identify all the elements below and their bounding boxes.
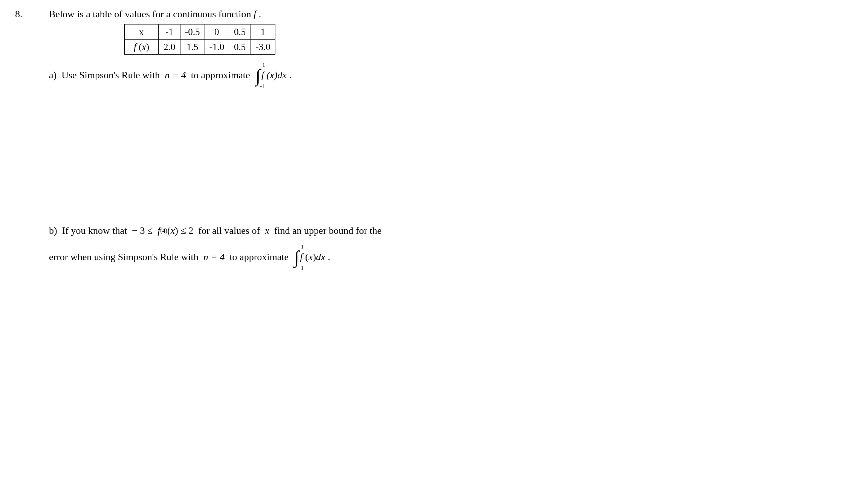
integral-upper: 1 xyxy=(301,243,304,251)
part-b-line1: b) If you know that − 3 ≤ f (4) (x) ≤ 2 … xyxy=(49,224,853,238)
part-a-text1: Use Simpson's Rule with xyxy=(57,69,165,82)
values-table: x -1 -0.5 0 0.5 1 f (x) 2.0 1.5 -1.0 0.5… xyxy=(124,24,275,55)
integral-lower: −1 xyxy=(260,83,265,90)
integrand: f (x)dx xyxy=(261,69,287,82)
part-a-neq: n = 4 xyxy=(165,69,186,82)
table-cell: -1.0 xyxy=(205,40,229,55)
problem-number: 8. xyxy=(15,8,49,21)
part-b-sup: (4) xyxy=(160,227,167,235)
table-cell: 2.0 xyxy=(159,40,180,55)
problem-8: 8. Below is a table of values for a cont… xyxy=(15,8,853,275)
table-container: x -1 -0.5 0 0.5 1 f (x) 2.0 1.5 -1.0 0.5… xyxy=(124,24,853,55)
part-b: b) If you know that − 3 ≤ f (4) (x) ≤ 2 … xyxy=(49,224,853,270)
table-cell: 1.5 xyxy=(180,40,205,55)
table-cell: -3.0 xyxy=(251,40,275,55)
table-row: x -1 -0.5 0 0.5 1 xyxy=(125,24,275,40)
part-b-bound: − 3 ≤ f xyxy=(132,224,160,238)
part-b-label: b) xyxy=(49,224,57,238)
part-a-period: . xyxy=(287,69,292,82)
table-row: f (x) 2.0 1.5 -1.0 0.5 -3.0 xyxy=(125,40,275,55)
integral-symbol: 1 ∫ −1 xyxy=(256,62,261,88)
integral-upper: 1 xyxy=(263,61,265,69)
problem-content: Below is a table of values for a continu… xyxy=(49,8,853,275)
part-b-neq: n = 4 xyxy=(203,250,225,264)
table-cell-x-label: x xyxy=(125,24,159,40)
intro-text: Below is a table of values for a continu… xyxy=(49,8,853,21)
part-a-label: a) xyxy=(49,69,57,82)
integral-lower: −1 xyxy=(298,264,304,272)
part-a: a) Use Simpson's Rule with n = 4 to appr… xyxy=(49,62,853,88)
table-cell: 0.5 xyxy=(229,24,251,40)
part-b-text3: error when using Simpson's Rule with xyxy=(49,250,203,264)
part-b-text4: to approximate xyxy=(225,250,293,264)
part-b-text2: for all values of x find an upper bound … xyxy=(193,224,382,238)
part-a-line: a) Use Simpson's Rule with n = 4 to appr… xyxy=(49,62,853,88)
table-cell: -1 xyxy=(159,24,180,40)
table-cell: 0 xyxy=(205,24,229,40)
part-b-bound2: (x) ≤ 2 xyxy=(167,224,193,238)
integral-sign: ∫ xyxy=(294,249,299,265)
integral-symbol: 1 ∫ −1 xyxy=(294,244,299,270)
intro-span: Below is a table of values for a continu… xyxy=(49,9,261,20)
integral-sign: ∫ xyxy=(256,67,261,84)
part-b-period: . xyxy=(325,250,330,264)
part-b-text1: If you know that xyxy=(57,224,132,238)
table-cell: 1 xyxy=(251,24,275,40)
part-b-line2: error when using Simpson's Rule with n =… xyxy=(49,244,853,270)
table-cell-fx-label: f (x) xyxy=(125,40,159,55)
integrand: f (x)dx xyxy=(300,250,325,264)
part-a-text2: to approximate xyxy=(186,69,255,82)
table-cell: -0.5 xyxy=(180,24,205,40)
table-cell: 0.5 xyxy=(229,40,251,55)
